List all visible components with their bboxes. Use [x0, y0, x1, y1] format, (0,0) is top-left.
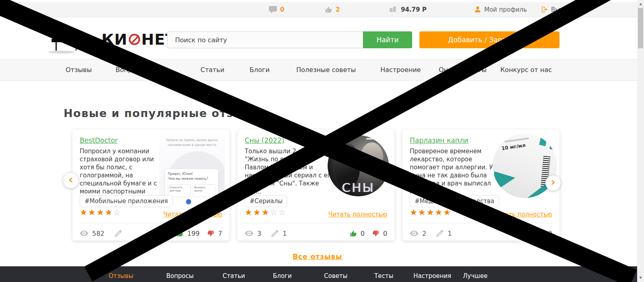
thumbs-down-icon — [207, 230, 215, 237]
app-mini-button: Вызвать врача — [193, 184, 216, 197]
poster-title: СНЫ — [328, 180, 389, 195]
views-stat: 3 — [245, 230, 261, 237]
review-stats: 3 1 0 0 — [245, 226, 387, 241]
thumbs-up-icon — [324, 6, 332, 13]
views-stat: 582 — [80, 230, 105, 237]
eye-icon — [80, 231, 89, 236]
medicine-sticker — [549, 137, 557, 150]
review-excerpt: Попросил у компании страховой договор ил… — [80, 148, 170, 196]
topbar-comments-link[interactable]: 0 — [269, 2, 284, 17]
search-input[interactable] — [167, 31, 363, 48]
comments-stat: 1 — [436, 229, 452, 237]
logo-mascot-shadow — [48, 51, 75, 54]
pencil-icon — [436, 229, 444, 237]
bottombar-item-questions[interactable]: Вопросы — [166, 272, 194, 280]
logout-door-icon — [541, 6, 548, 13]
like-button[interactable]: 0 — [349, 230, 365, 237]
thumbs-up-icon — [349, 230, 357, 237]
medicine-sticker — [539, 135, 547, 146]
poster-label — [366, 138, 377, 140]
scroll-up-button[interactable]: ▲ — [637, 1, 644, 7]
topbar-balance[interactable]: 94.79 Р — [390, 2, 427, 17]
views-count: 2 — [422, 230, 426, 237]
bottombar-item-articles[interactable]: Статьи — [223, 272, 245, 280]
thumbs-down-icon — [372, 230, 380, 237]
app-caption: Записи на прием, вызов врача, — [159, 138, 225, 143]
review-title-link[interactable]: Парлазин капли — [410, 136, 469, 144]
category-tag[interactable]: #Сериалы — [245, 195, 287, 207]
coins-icon — [390, 6, 398, 13]
no-entry-icon — [129, 34, 140, 45]
stars-empty: ☆☆ — [270, 208, 287, 217]
eye-icon — [410, 231, 419, 236]
dislikes-count: 0 — [383, 230, 387, 237]
eye-icon — [245, 231, 254, 236]
comments-count: 1 — [448, 230, 452, 237]
app-chat-text: Привет, Юлия! — [168, 172, 215, 177]
topbar-likes-link[interactable]: 2 — [324, 2, 340, 17]
chevron-right-icon: › — [551, 177, 555, 188]
comments-count: 0 — [280, 6, 284, 13]
bottombar-item-moods[interactable]: Настроения — [413, 272, 451, 280]
bottombar-item-tips[interactable]: Советы — [324, 272, 347, 280]
dislike-button[interactable]: 7 — [207, 230, 222, 237]
nav-item-articles[interactable]: Статьи — [200, 60, 224, 80]
nav-item-blogs[interactable]: Блоги — [250, 60, 270, 80]
divider — [79, 223, 223, 223]
nav-item-mood[interactable]: Настроение — [380, 60, 421, 80]
bottombar-item-blogs[interactable]: Блоги — [273, 272, 292, 280]
main-nav: Отзывы Вопросы Статьи Блоги Полезные сов… — [0, 59, 637, 81]
carousel-next-button[interactable]: › — [545, 175, 561, 191]
triangle-up-icon: ▲ — [639, 2, 642, 6]
stars-empty: ☆ — [113, 208, 122, 217]
comments-stat: 1 — [271, 229, 287, 237]
stars-filled: ★★★★ — [80, 208, 113, 217]
profile-label: Мой профиль — [484, 6, 527, 13]
views-stat: 2 — [410, 230, 426, 237]
rating-stars[interactable]: ★★★★★ — [410, 208, 452, 217]
likes-count: 0 — [361, 230, 365, 237]
rating-stars[interactable]: ★★★☆☆ — [245, 208, 287, 217]
comment-bubble-icon — [269, 6, 277, 13]
app-chat-text: Чем мы можем помочь? — [168, 177, 215, 181]
user-icon — [474, 6, 481, 13]
comments-stat — [114, 229, 126, 237]
medicine-dose: 10 мг/мл — [501, 142, 526, 151]
dislikes-count: 7 — [218, 230, 222, 237]
page: 0 2 94.79 Р Мой профиль Выход — [0, 0, 644, 282]
logo-mascot-leg — [56, 42, 57, 51]
carousel-prev-button[interactable]: ‹ — [63, 173, 78, 188]
nav-item-contest[interactable]: Конкурс от нас — [500, 60, 552, 80]
search-button[interactable]: Найти — [363, 31, 412, 48]
bottombar-item-reviews[interactable]: Отзывы — [109, 272, 133, 280]
chevron-left-icon: ‹ — [68, 174, 73, 185]
likes-count: 2 — [336, 6, 340, 13]
review-title-link[interactable]: BestDoctor — [80, 136, 118, 144]
all-reviews-link[interactable]: Все отзывы — [293, 253, 342, 261]
pencil-icon — [271, 229, 279, 237]
rating-stars[interactable]: ★★★★☆ — [80, 208, 122, 217]
review-card: BestDoctor Попросил у компании страховой… — [72, 130, 229, 241]
dislike-button[interactable]: 0 — [372, 230, 387, 237]
scroll-down-button[interactable]: ▼ — [637, 275, 644, 281]
bottombar-item-tests[interactable]: Тесты — [374, 272, 393, 280]
review-title-link[interactable]: Сны (2022) — [245, 136, 284, 144]
nav-item-tips[interactable]: Полезные советы — [296, 60, 356, 80]
views-count: 582 — [92, 230, 105, 237]
app-avatar — [186, 199, 191, 204]
category-tag[interactable]: #Мобильные приложения — [80, 195, 173, 207]
medicine-label — [505, 138, 529, 142]
bottombar-item-best[interactable]: Лучшее — [463, 272, 487, 280]
read-more-link[interactable]: Читать полностью — [328, 211, 387, 218]
stars-filled: ★★★★★ — [410, 208, 452, 217]
app-caption: напоминания в одном месте — [159, 143, 225, 148]
scrollbar-thumb[interactable] — [638, 8, 643, 48]
stars-filled: ★★★ — [245, 208, 270, 217]
likes-count: 199 — [187, 230, 200, 237]
scrollbar[interactable]: ▲ ▼ — [637, 0, 644, 282]
comments-count: 1 — [283, 230, 287, 237]
views-count: 3 — [257, 230, 261, 237]
topbar-profile-link[interactable]: Мой профиль — [474, 2, 527, 17]
nav-item-reviews[interactable]: Отзывы — [66, 60, 92, 80]
triangle-down-icon: ▼ — [639, 276, 642, 280]
